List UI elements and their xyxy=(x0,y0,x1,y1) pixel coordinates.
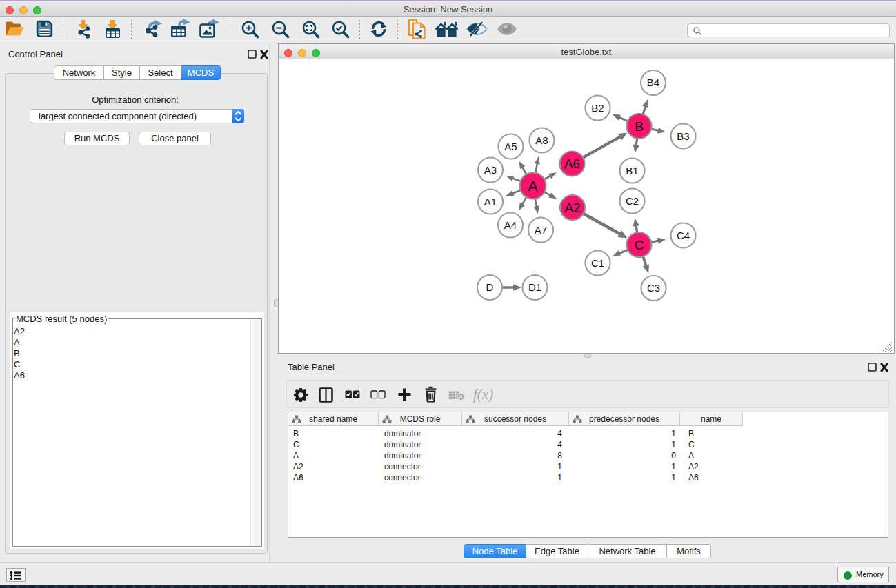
svg-text:A: A xyxy=(528,178,537,194)
svg-text:C4: C4 xyxy=(677,230,690,241)
svg-text:D: D xyxy=(486,281,494,293)
svg-text:B: B xyxy=(635,119,644,134)
svg-text:B3: B3 xyxy=(677,130,689,142)
svg-text:D1: D1 xyxy=(528,281,541,293)
svg-text:C2: C2 xyxy=(626,195,639,207)
svg-text:A8: A8 xyxy=(535,134,548,146)
svg-text:A6: A6 xyxy=(564,156,580,171)
svg-text:B2: B2 xyxy=(591,102,604,114)
svg-text:B1: B1 xyxy=(626,165,638,176)
svg-text:C: C xyxy=(635,238,644,252)
svg-text:A7: A7 xyxy=(535,224,547,236)
svg-text:A1: A1 xyxy=(484,196,497,207)
svg-text:A5: A5 xyxy=(504,141,517,152)
svg-text:C3: C3 xyxy=(647,282,660,294)
svg-text:A3: A3 xyxy=(484,164,497,176)
svg-text:C1: C1 xyxy=(591,257,604,269)
svg-text:A4: A4 xyxy=(504,219,517,231)
svg-text:A2: A2 xyxy=(564,201,580,215)
svg-text:B4: B4 xyxy=(647,77,659,88)
